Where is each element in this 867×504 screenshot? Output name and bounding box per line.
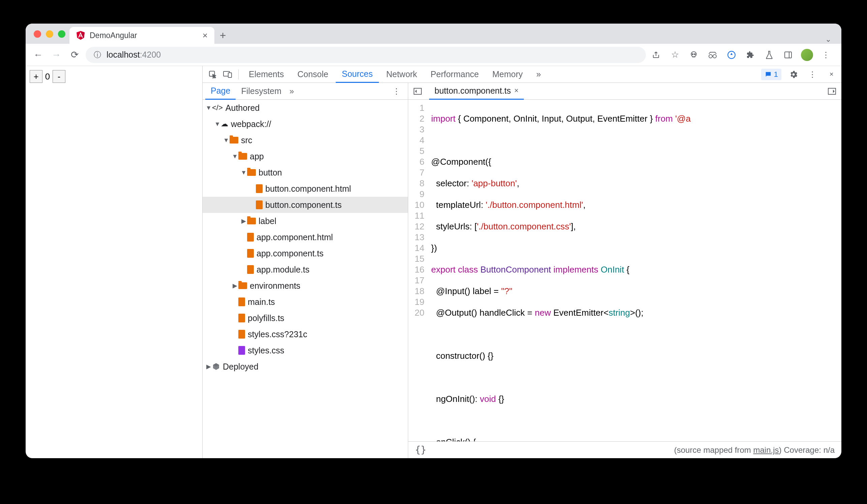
editor-tab-button-ts[interactable]: button.component.ts × (429, 83, 524, 100)
site-info-icon[interactable]: ⓘ (94, 50, 101, 60)
code-area[interactable]: import { Component, OnInit, Input, Outpu… (428, 100, 842, 441)
tree-file-app-html[interactable]: app.component.html (203, 229, 408, 245)
side-panel-icon[interactable] (782, 49, 794, 61)
back-button[interactable]: ← (31, 48, 45, 62)
counter-value: 0 (42, 70, 53, 83)
chrome-menu-button[interactable]: ⋮ (820, 49, 832, 61)
tab-title: DemoAngular (90, 31, 137, 40)
more-tabs-button[interactable]: » (530, 66, 547, 83)
cloud-icon: ☁ (221, 120, 228, 128)
content-area: + 0 - Elements Console Sources Network P… (25, 66, 842, 458)
nav-tab-page[interactable]: Page (205, 83, 236, 100)
issues-badge[interactable]: 1 (761, 69, 781, 80)
code-icon: </> (212, 103, 223, 112)
folder-icon (247, 169, 256, 176)
folder-icon (247, 218, 256, 224)
device-toolbar-icon[interactable] (221, 68, 234, 81)
tree-file-main-ts[interactable]: main.ts (203, 294, 408, 310)
navigator-tabs: Page Filesystem » ⋮ (203, 83, 408, 100)
close-devtools-button[interactable]: ✕ (825, 68, 838, 81)
close-tab-button[interactable]: × (203, 30, 208, 41)
tree-file-button-html[interactable]: button.component.html (203, 180, 408, 197)
devtools-toolbar: Elements Console Sources Network Perform… (203, 66, 842, 83)
svg-rect-6 (785, 52, 792, 58)
tree-file-styles[interactable]: styles.css (203, 342, 408, 359)
maximize-window-button[interactable] (58, 30, 65, 38)
tabs-menu-button[interactable]: ⌄ (825, 35, 831, 44)
tab-memory[interactable]: Memory (486, 66, 528, 83)
svg-point-4 (713, 55, 716, 58)
tree-file-styles-query[interactable]: styles.css?231c (203, 326, 408, 342)
browser-tab[interactable]: DemoAngular × (69, 27, 214, 44)
tree-group-deployed[interactable]: ▶Deployed (203, 359, 408, 375)
tree-node-webpack[interactable]: ▼☁webpack:// (203, 116, 408, 132)
tree-file-app-ts[interactable]: app.component.ts (203, 245, 408, 261)
extension-flask-icon[interactable] (763, 49, 775, 61)
address-bar: ← → ⟳ ⓘ localhost:4200 ☆ ⋮ (25, 44, 842, 66)
svg-rect-10 (228, 73, 232, 77)
file-icon (247, 265, 254, 274)
tree-folder-button[interactable]: ▼button (203, 164, 408, 180)
tree-folder-label[interactable]: ▶label (203, 213, 408, 229)
reload-button[interactable]: ⟳ (67, 48, 82, 62)
file-icon (247, 233, 254, 242)
tree-folder-environments[interactable]: ▶environments (203, 277, 408, 294)
address-input[interactable]: ⓘ localhost:4200 (86, 47, 646, 63)
tree-file-button-ts[interactable]: button.component.ts (203, 197, 408, 213)
share-icon[interactable] (650, 49, 662, 61)
tab-network[interactable]: Network (380, 66, 424, 83)
extension-skull-icon[interactable] (688, 49, 700, 61)
code-editor[interactable]: 1234567891011121314151617181920 import {… (408, 100, 842, 441)
extension-axe-icon[interactable] (725, 49, 738, 61)
svg-point-2 (694, 54, 695, 55)
decrement-button[interactable]: - (53, 70, 65, 83)
toggle-navigator-icon[interactable] (411, 85, 425, 98)
tree-folder-src[interactable]: ▼src (203, 132, 408, 148)
source-map-link[interactable]: main.js (753, 445, 779, 454)
file-icon (238, 297, 245, 306)
file-icon (238, 314, 245, 322)
toolbar-divider (238, 69, 239, 79)
tree-file-polyfills[interactable]: polyfills.ts (203, 310, 408, 326)
browser-window: DemoAngular × + ⌄ ← → ⟳ ⓘ localhost:4200… (25, 24, 842, 458)
folder-icon (229, 137, 238, 143)
folder-icon (238, 282, 247, 289)
profile-avatar[interactable] (801, 49, 813, 61)
svg-point-1 (692, 54, 693, 55)
tab-sources[interactable]: Sources (336, 66, 379, 83)
nav-menu-button[interactable]: ⋮ (388, 87, 405, 96)
editor-tabs: button.component.ts × (408, 83, 842, 100)
tab-elements[interactable]: Elements (243, 66, 290, 83)
close-window-button[interactable] (34, 30, 41, 38)
nav-tab-filesystem[interactable]: Filesystem (236, 83, 287, 100)
file-icon (256, 184, 263, 193)
sources-panel: Page Filesystem » ⋮ ▼</>Authored ▼☁webpa… (203, 83, 842, 458)
new-tab-button[interactable]: + (214, 27, 231, 44)
nav-more-tabs[interactable]: » (290, 87, 294, 96)
extensions-puzzle-icon[interactable] (744, 49, 757, 61)
toolbar-extensions: ☆ ⋮ (650, 49, 836, 61)
devtools-menu-button[interactable]: ⋮ (806, 68, 819, 81)
folder-icon (238, 153, 247, 160)
rendered-page: + 0 - (25, 66, 203, 458)
bookmark-icon[interactable]: ☆ (669, 49, 681, 61)
file-icon (256, 200, 263, 209)
tree-file-app-module[interactable]: app.module.ts (203, 261, 408, 277)
inspect-element-icon[interactable] (206, 68, 220, 81)
url-host: localhost:4200 (107, 50, 161, 59)
settings-gear-icon[interactable] (787, 68, 800, 81)
tree-group-authored[interactable]: ▼</>Authored (203, 100, 408, 116)
close-editor-tab-button[interactable]: × (514, 86, 519, 95)
pretty-print-button[interactable]: {} (415, 445, 426, 456)
toggle-debugger-icon[interactable] (825, 88, 839, 95)
minimize-window-button[interactable] (46, 30, 53, 38)
devtools: Elements Console Sources Network Perform… (203, 66, 842, 458)
tab-console[interactable]: Console (291, 66, 334, 83)
tree-folder-app[interactable]: ▼app (203, 148, 408, 164)
extension-incognito-icon[interactable] (707, 49, 719, 61)
file-tree: ▼</>Authored ▼☁webpack:// ▼src ▼app ▼but… (203, 100, 408, 458)
increment-button[interactable]: + (30, 70, 42, 83)
navigator-panel: Page Filesystem » ⋮ ▼</>Authored ▼☁webpa… (203, 83, 408, 458)
forward-button[interactable]: → (49, 48, 63, 62)
tab-performance[interactable]: Performance (425, 66, 485, 83)
